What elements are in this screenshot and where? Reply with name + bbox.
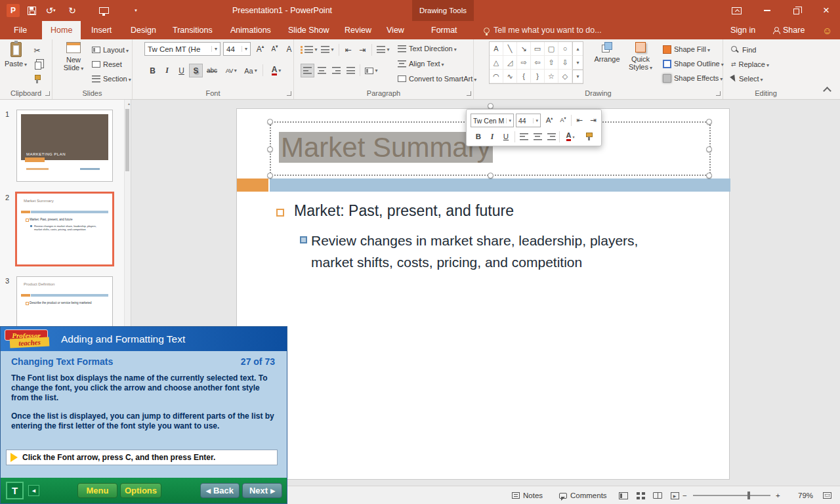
- shape-arrow-up[interactable]: ⇧: [545, 56, 558, 70]
- mini-bold-button[interactable]: B: [472, 130, 485, 143]
- comments-button[interactable]: Comments: [559, 486, 607, 504]
- convert-smartart-button[interactable]: Convert to SmartArt: [398, 72, 476, 85]
- tutorial-menu-button[interactable]: Menu: [77, 483, 117, 498]
- tab-file[interactable]: File: [5, 21, 35, 39]
- mini-align-center-button[interactable]: [531, 130, 544, 143]
- shapes-more-button[interactable]: ▾: [572, 70, 583, 83]
- mini-shrink-font-button[interactable]: A▾: [556, 114, 570, 127]
- grow-font-button[interactable]: A▴: [253, 42, 267, 56]
- mini-format-painter-button[interactable]: [582, 130, 595, 143]
- reset-button[interactable]: Reset: [92, 58, 122, 71]
- italic-button[interactable]: I: [160, 64, 174, 77]
- shapes-scroll-up[interactable]: ▴: [572, 42, 583, 56]
- shape-star[interactable]: ☆: [545, 70, 558, 83]
- slide-2-thumbnail[interactable]: Market Summary Market: Past, present, an…: [16, 193, 113, 265]
- fit-slide-button[interactable]: [823, 486, 831, 504]
- zoom-slider[interactable]: [693, 495, 770, 496]
- accent-bar-orange[interactable]: [237, 178, 268, 192]
- text-shadow-button[interactable]: S: [189, 64, 203, 77]
- normal-view-button[interactable]: [616, 490, 631, 501]
- mini-increase-list-level-button[interactable]: ⇥: [587, 114, 600, 127]
- mini-align-right-button[interactable]: [545, 130, 558, 143]
- character-spacing-button[interactable]: AV: [222, 64, 240, 77]
- tutorial-options-button[interactable]: Options: [120, 483, 161, 498]
- rotate-handle[interactable]: [488, 103, 494, 109]
- new-slide-button[interactable]: New Slide: [58, 42, 89, 72]
- slide-show-button[interactable]: ▶: [667, 490, 682, 501]
- format-painter-button[interactable]: [30, 72, 44, 86]
- shape-text-box[interactable]: A: [490, 42, 503, 56]
- shape-diamond[interactable]: ◇: [558, 70, 572, 83]
- cut-button[interactable]: ✂: [30, 43, 44, 57]
- tab-slideshow[interactable]: Slide Show: [280, 21, 338, 39]
- handle-bottom-right[interactable]: [706, 173, 712, 178]
- increase-indent-button[interactable]: ⇥: [356, 43, 369, 56]
- find-button[interactable]: Find: [731, 43, 756, 56]
- mini-font-size-combo[interactable]: 44▾: [516, 114, 541, 127]
- shape-rounded-rectangle[interactable]: ▢: [545, 42, 558, 56]
- zoom-slider-thumb[interactable]: [747, 492, 750, 499]
- restore-button[interactable]: [782, 0, 810, 21]
- shape-arc[interactable]: ◠: [490, 70, 503, 83]
- handle-bottom-left[interactable]: [267, 173, 273, 178]
- font-size-combo[interactable]: 44▾: [223, 42, 251, 56]
- numbering-button[interactable]: [319, 43, 336, 56]
- handle-middle-right[interactable]: [706, 146, 712, 152]
- scrollbar-up-icon[interactable]: ▴: [128, 101, 130, 106]
- start-presentation-button[interactable]: [96, 0, 112, 21]
- close-button[interactable]: ×: [812, 0, 840, 21]
- mini-underline-button[interactable]: U: [499, 130, 513, 143]
- accent-bar-blue[interactable]: [270, 178, 730, 192]
- mini-grow-font-button[interactable]: A▴: [543, 114, 556, 127]
- feedback-smiley-button[interactable]: ☺: [814, 21, 840, 39]
- drawing-dialog-launcher[interactable]: [716, 91, 721, 96]
- shape-outline-button[interactable]: Shape Outline: [663, 57, 724, 70]
- sign-in-button[interactable]: Sign in: [722, 21, 764, 39]
- customize-quick-access-button[interactable]: ▾: [130, 0, 142, 21]
- shape-line[interactable]: ╲: [503, 42, 517, 56]
- paragraph-dialog-launcher[interactable]: [467, 91, 471, 96]
- align-center-button[interactable]: [315, 64, 329, 77]
- bullet-level2-text[interactable]: Review changes in market share, leadersh…: [311, 230, 682, 273]
- shape-fill-button[interactable]: Shape Fill: [663, 43, 710, 56]
- tab-insert[interactable]: Insert: [83, 21, 120, 39]
- handle-middle-left[interactable]: [267, 146, 273, 152]
- strikethrough-button[interactable]: abc: [203, 64, 220, 77]
- replace-button[interactable]: ⇄Replace: [731, 58, 769, 71]
- shape-right-triangle[interactable]: ◿: [503, 56, 517, 70]
- shape-brace-left[interactable]: {: [517, 70, 531, 83]
- copy-button[interactable]: [30, 58, 44, 72]
- section-button[interactable]: Section: [92, 72, 131, 85]
- tutorial-next-button[interactable]: Next▶: [242, 483, 282, 498]
- layout-button[interactable]: Layout: [92, 43, 129, 56]
- tab-review[interactable]: Review: [336, 21, 380, 39]
- mini-font-color-button[interactable]: A▾: [562, 130, 579, 143]
- shape-triangle[interactable]: △: [490, 56, 503, 70]
- mini-italic-button[interactable]: I: [486, 130, 499, 143]
- handle-bottom-middle[interactable]: [488, 173, 494, 178]
- tutorial-back-button[interactable]: ◀Back: [200, 483, 240, 498]
- shrink-font-button[interactable]: A▾: [268, 42, 282, 56]
- change-case-button[interactable]: Aa: [242, 64, 260, 77]
- minimize-button[interactable]: [753, 0, 781, 21]
- mini-font-name-combo[interactable]: Tw Cen M▾: [471, 114, 514, 127]
- tab-view[interactable]: View: [378, 21, 413, 39]
- paste-button[interactable]: Paste: [3, 42, 29, 68]
- mini-align-left-button[interactable]: [517, 130, 530, 143]
- shape-arrow-down[interactable]: ⇩: [558, 56, 572, 70]
- align-text-button[interactable]: Align Text: [398, 57, 444, 70]
- handle-top-left[interactable]: [267, 119, 273, 125]
- shapes-scroll-down[interactable]: ▾: [572, 56, 583, 70]
- underline-button[interactable]: U: [175, 64, 188, 77]
- tab-animations[interactable]: Animations: [222, 21, 280, 39]
- select-button[interactable]: Select: [731, 72, 763, 85]
- quick-styles-button[interactable]: Quick Styles: [623, 42, 658, 71]
- shapes-gallery[interactable]: A ╲ ↘ ▭ ▢ ○ △ ◿ ⇨ ⇦ ⇧ ⇩: [489, 41, 583, 84]
- shape-arrow-left[interactable]: ⇦: [531, 56, 545, 70]
- undo-button[interactable]: ↺▾: [41, 0, 60, 21]
- align-right-button[interactable]: [329, 64, 343, 77]
- tab-format[interactable]: Format: [423, 21, 466, 39]
- clipboard-dialog-launcher[interactable]: [45, 91, 50, 96]
- bullets-button[interactable]: [301, 43, 318, 56]
- shape-brace-right[interactable]: }: [531, 70, 545, 83]
